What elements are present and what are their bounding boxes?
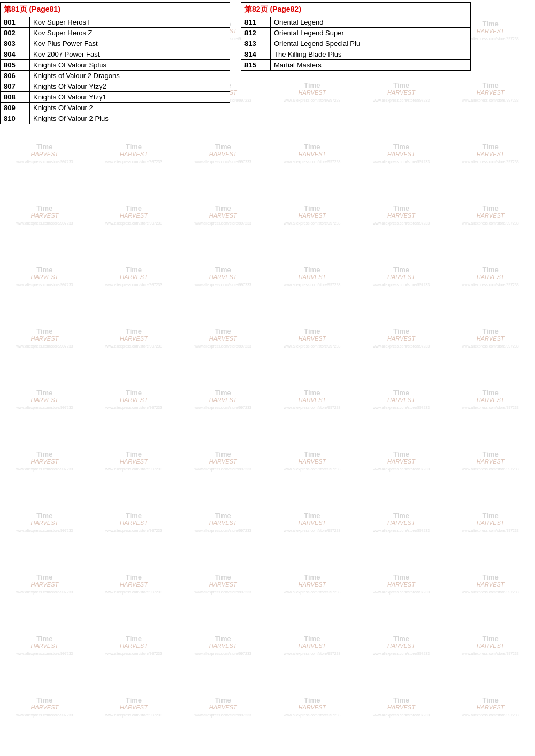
table-row[interactable]: 815Martial Masters <box>241 60 471 71</box>
watermark-cell: Time HARVEST www.aliexpress.com/store/99… <box>178 553 268 615</box>
row-num: 806 <box>1 71 30 81</box>
table-row[interactable]: 812Oriental Legend Super <box>241 28 471 38</box>
watermark-cell: Time HARVEST www.aliexpress.com/store/99… <box>0 123 89 184</box>
row-name: Kov Super Heros Z <box>30 28 230 38</box>
watermark-cell: Time HARVEST www.aliexpress.com/store/99… <box>268 246 357 307</box>
table-row[interactable]: 808Knights Of Valour Ytzy1 <box>1 92 230 103</box>
tables-container: 第81页 (Page81) 801Kov Super Heros F802Kov… <box>0 0 535 124</box>
watermark-cell: Time HARVEST www.aliexpress.com/store/99… <box>0 676 89 738</box>
table-row[interactable]: 803Kov Plus Power Fast <box>1 38 230 49</box>
watermark-cell: Time HARVEST www.aliexpress.com/store/99… <box>446 615 535 676</box>
watermark-cell: Time HARVEST www.aliexpress.com/store/99… <box>268 430 357 492</box>
watermark-cell: Time HARVEST www.aliexpress.com/store/99… <box>357 676 446 738</box>
watermark-cell: Time HARVEST www.aliexpress.com/store/99… <box>446 430 535 492</box>
row-num: 807 <box>1 81 30 92</box>
watermark-cell: Time HARVEST www.aliexpress.com/store/99… <box>357 492 446 553</box>
row-num: 813 <box>241 38 271 49</box>
watermark-cell: Time HARVEST www.aliexpress.com/store/99… <box>0 553 89 615</box>
table-row[interactable]: 802Kov Super Heros Z <box>1 28 230 38</box>
watermark-cell: Time HARVEST www.aliexpress.com/store/99… <box>446 492 535 553</box>
watermark-cell: Time HARVEST www.aliexpress.com/store/99… <box>357 184 446 246</box>
watermark-cell: Time HARVEST www.aliexpress.com/store/99… <box>0 492 89 553</box>
watermark-cell: Time HARVEST www.aliexpress.com/store/99… <box>89 369 179 430</box>
row-num: 815 <box>241 60 271 71</box>
row-name: Oriental Legend <box>271 17 471 28</box>
watermark-cell: Time HARVEST www.aliexpress.com/store/99… <box>89 184 179 246</box>
watermark-cell: Time HARVEST www.aliexpress.com/store/99… <box>89 246 179 307</box>
watermark-cell: Time HARVEST www.aliexpress.com/store/99… <box>178 676 268 738</box>
row-name: Oriental Legend Special Plu <box>271 38 471 49</box>
watermark-cell: Time HARVEST www.aliexpress.com/store/99… <box>268 307 357 369</box>
row-num: 810 <box>1 113 30 124</box>
page81-table: 第81页 (Page81) 801Kov Super Heros F802Kov… <box>0 2 230 124</box>
watermark-cell: Time HARVEST www.aliexpress.com/store/99… <box>0 184 89 246</box>
table-row[interactable]: 809Knights Of Valour 2 <box>1 103 230 113</box>
row-num: 804 <box>1 49 30 60</box>
row-name: Oriental Legend Super <box>271 28 471 38</box>
watermark-cell: Time HARVEST www.aliexpress.com/store/99… <box>89 123 179 184</box>
row-name: Knights Of Valour 2 <box>30 103 230 113</box>
watermark-cell: Time HARVEST www.aliexpress.com/store/99… <box>268 369 357 430</box>
table-row[interactable]: 801Kov Super Heros F <box>1 17 230 28</box>
watermark-cell: Time HARVEST www.aliexpress.com/store/99… <box>446 246 535 307</box>
watermark-cell: Time HARVEST www.aliexpress.com/store/99… <box>357 246 446 307</box>
watermark-cell: Time HARVEST www.aliexpress.com/store/99… <box>178 615 268 676</box>
watermark-cell: Time HARVEST www.aliexpress.com/store/99… <box>446 369 535 430</box>
watermark-cell: Time HARVEST www.aliexpress.com/store/99… <box>357 307 446 369</box>
watermark-cell: Time HARVEST www.aliexpress.com/store/99… <box>178 369 268 430</box>
watermark-cell: Time HARVEST www.aliexpress.com/store/99… <box>268 123 357 184</box>
page82-header: 第82页 (Page82) <box>241 3 471 17</box>
table-row[interactable]: 810Knights Of Valour 2 Plus <box>1 113 230 124</box>
row-num: 811 <box>241 17 271 28</box>
watermark-cell: Time HARVEST www.aliexpress.com/store/99… <box>89 492 179 553</box>
watermark-cell: Time HARVEST www.aliexpress.com/store/99… <box>268 676 357 738</box>
watermark-cell: Time HARVEST www.aliexpress.com/store/99… <box>446 123 535 184</box>
watermark-cell: Time HARVEST www.aliexpress.com/store/99… <box>0 246 89 307</box>
watermark-cell: Time HARVEST www.aliexpress.com/store/99… <box>357 430 446 492</box>
watermark-cell: Time HARVEST www.aliexpress.com/store/99… <box>89 307 179 369</box>
row-name: Kov Super Heros F <box>30 17 230 28</box>
row-name: The Killing Blade Plus <box>271 49 471 60</box>
watermark-cell: Time HARVEST www.aliexpress.com/store/99… <box>268 615 357 676</box>
row-num: 812 <box>241 28 271 38</box>
table-row[interactable]: 806Knights of Valour 2 Dragons <box>1 71 230 81</box>
watermark-cell: Time HARVEST www.aliexpress.com/store/99… <box>268 492 357 553</box>
watermark-cell: Time HARVEST www.aliexpress.com/store/99… <box>268 184 357 246</box>
row-num: 803 <box>1 38 30 49</box>
row-num: 805 <box>1 60 30 71</box>
watermark-cell: Time HARVEST www.aliexpress.com/store/99… <box>0 430 89 492</box>
watermark-cell: Time HARVEST www.aliexpress.com/store/99… <box>357 615 446 676</box>
row-name: Knights Of Valour Ytzy1 <box>30 92 230 103</box>
watermark-cell: Time HARVEST www.aliexpress.com/store/99… <box>446 553 535 615</box>
table-row[interactable]: 814The Killing Blade Plus <box>241 49 471 60</box>
table-row[interactable]: 811Oriental Legend <box>241 17 471 28</box>
watermark-cell: Time HARVEST www.aliexpress.com/store/99… <box>446 307 535 369</box>
row-num: 809 <box>1 103 30 113</box>
watermark-cell: Time HARVEST www.aliexpress.com/store/99… <box>0 615 89 676</box>
watermark-cell: Time HARVEST www.aliexpress.com/store/99… <box>357 123 446 184</box>
table-row[interactable]: 804Kov 2007 Power Fast <box>1 49 230 60</box>
watermark-cell: Time HARVEST www.aliexpress.com/store/99… <box>89 615 179 676</box>
watermark-cell: Time HARVEST www.aliexpress.com/store/99… <box>268 553 357 615</box>
watermark-cell: Time HARVEST www.aliexpress.com/store/99… <box>178 307 268 369</box>
watermark-cell: Time HARVEST www.aliexpress.com/store/99… <box>178 184 268 246</box>
watermark-cell: Time HARVEST www.aliexpress.com/store/99… <box>0 307 89 369</box>
table-row[interactable]: 805Knights Of Valour Splus <box>1 60 230 71</box>
watermark-cell: Time HARVEST www.aliexpress.com/store/99… <box>178 246 268 307</box>
row-num: 802 <box>1 28 30 38</box>
page82-table: 第82页 (Page82) 811Oriental Legend812Orien… <box>241 2 471 71</box>
row-name: Kov Plus Power Fast <box>30 38 230 49</box>
table-row[interactable]: 813Oriental Legend Special Plu <box>241 38 471 49</box>
row-num: 814 <box>241 49 271 60</box>
row-name: Knights Of Valour Ytzy2 <box>30 81 230 92</box>
watermark-cell: Time HARVEST www.aliexpress.com/store/99… <box>89 553 179 615</box>
row-name: Knights of Valour 2 Dragons <box>30 71 230 81</box>
row-num: 801 <box>1 17 30 28</box>
watermark-cell: Time HARVEST www.aliexpress.com/store/99… <box>178 492 268 553</box>
watermark-cell: Time HARVEST www.aliexpress.com/store/99… <box>0 369 89 430</box>
row-name: Martial Masters <box>271 60 471 71</box>
watermark-cell: Time HARVEST www.aliexpress.com/store/99… <box>357 553 446 615</box>
table-row[interactable]: 807Knights Of Valour Ytzy2 <box>1 81 230 92</box>
row-name: Knights Of Valour 2 Plus <box>30 113 230 124</box>
watermark-cell: Time HARVEST www.aliexpress.com/store/99… <box>357 369 446 430</box>
